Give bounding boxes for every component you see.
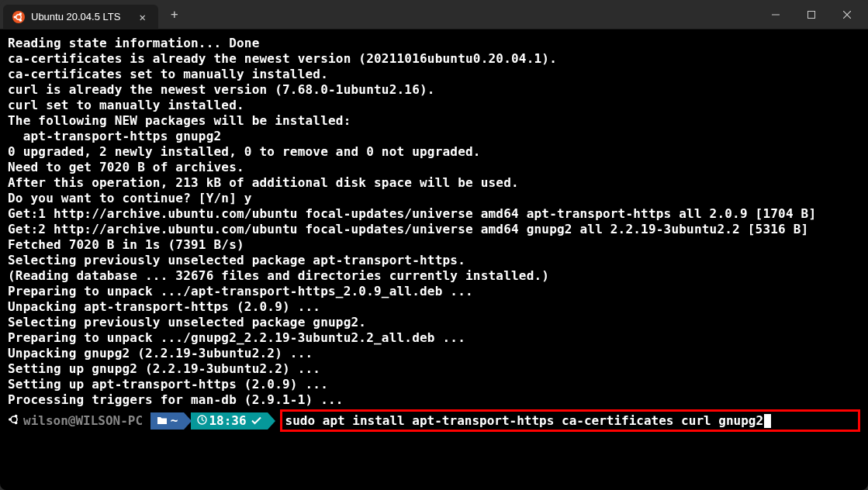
svg-rect-6 xyxy=(808,11,815,18)
terminal-line: Need to get 7020 B of archives. xyxy=(8,160,860,175)
svg-point-2 xyxy=(14,16,16,18)
prompt-time-segment: 18:36 xyxy=(191,412,267,430)
check-icon xyxy=(251,413,261,428)
ubuntu-icon xyxy=(12,11,25,23)
terminal-line: ca-certificates is already the newest ve… xyxy=(8,51,860,67)
clock-icon xyxy=(197,413,207,428)
terminal-line: Get:1 http://archive.ubuntu.com/ubuntu f… xyxy=(8,206,860,222)
terminal-output[interactable]: Reading state information... Doneca-cert… xyxy=(0,29,868,490)
terminal-line: Selecting previously unselected package … xyxy=(8,253,860,268)
terminal-line: Reading state information... Done xyxy=(8,36,860,51)
title-bar: Ubuntu 20.04.5 LTS ✕ + xyxy=(0,0,868,29)
tab-close-button[interactable]: ✕ xyxy=(137,9,149,25)
new-tab-button[interactable]: + xyxy=(161,7,188,22)
terminal-line: Preparing to unpack .../gnupg2_2.2.19-3u… xyxy=(8,330,860,346)
svg-point-4 xyxy=(19,19,22,21)
maximize-button[interactable] xyxy=(794,0,829,29)
terminal-cursor xyxy=(764,414,771,428)
terminal-line: Setting up apt-transport-https (2.0.9) .… xyxy=(8,377,860,392)
prompt-time: 18:36 xyxy=(209,413,246,428)
terminal-line: curl is already the newest version (7.68… xyxy=(8,82,860,98)
terminal-line: Do you want to continue? [Y/n] y xyxy=(8,191,860,206)
terminal-line: Unpacking apt-transport-https (2.0.9) ..… xyxy=(8,299,860,315)
window-controls xyxy=(758,0,865,29)
terminal-line: apt-transport-https gnupg2 xyxy=(8,129,860,144)
terminal-line: After this operation, 213 kB of addition… xyxy=(8,175,860,191)
segment-arrow xyxy=(268,412,275,430)
terminal-line: (Reading database ... 32676 files and di… xyxy=(8,268,860,284)
terminal-line: Fetched 7020 B in 1s (7391 B/s) xyxy=(8,237,860,253)
tab-title: Ubuntu 20.04.5 LTS xyxy=(31,11,130,22)
ubuntu-prompt-icon xyxy=(8,413,20,429)
terminal-line: Processing triggers for man-db (2.9.1-1)… xyxy=(8,392,860,408)
terminal-line: Unpacking gnupg2 (2.2.19-3ubuntu2.2) ... xyxy=(8,346,860,361)
terminal-line: Preparing to unpack .../apt-transport-ht… xyxy=(8,284,860,299)
minimize-button[interactable] xyxy=(758,0,794,29)
folder-icon xyxy=(157,413,168,428)
prompt-line: wilson@WILSON-PC ~ 18:36 sudo apt instal… xyxy=(8,409,860,432)
svg-point-10 xyxy=(9,418,12,421)
prompt-cwd: ~ xyxy=(171,413,178,428)
terminal-lines: Reading state information... Doneca-cert… xyxy=(8,36,860,408)
command-highlight-box: sudo apt install apt-transport-https ca-… xyxy=(280,409,860,432)
prompt-cwd-segment: ~ xyxy=(150,412,185,430)
close-button[interactable] xyxy=(829,0,865,29)
svg-point-3 xyxy=(19,12,22,15)
svg-line-15 xyxy=(202,420,205,422)
terminal-line: curl set to manually installed. xyxy=(8,98,860,113)
command-input[interactable]: sudo apt install apt-transport-https ca-… xyxy=(285,413,764,428)
svg-point-12 xyxy=(15,421,18,424)
prompt-user-host: wilson@WILSON-PC xyxy=(23,413,150,428)
terminal-line: Get:2 http://archive.ubuntu.com/ubuntu f… xyxy=(8,222,860,237)
terminal-line: Selecting previously unselected package … xyxy=(8,315,860,330)
terminal-line: 0 upgraded, 2 newly installed, 0 to remo… xyxy=(8,144,860,160)
svg-point-11 xyxy=(15,414,18,417)
terminal-line: ca-certificates set to manually installe… xyxy=(8,67,860,82)
terminal-line: The following NEW packages will be insta… xyxy=(8,113,860,129)
tab-active[interactable]: Ubuntu 20.04.5 LTS ✕ xyxy=(3,5,158,29)
terminal-line: Setting up gnupg2 (2.2.19-3ubuntu2.2) ..… xyxy=(8,361,860,377)
